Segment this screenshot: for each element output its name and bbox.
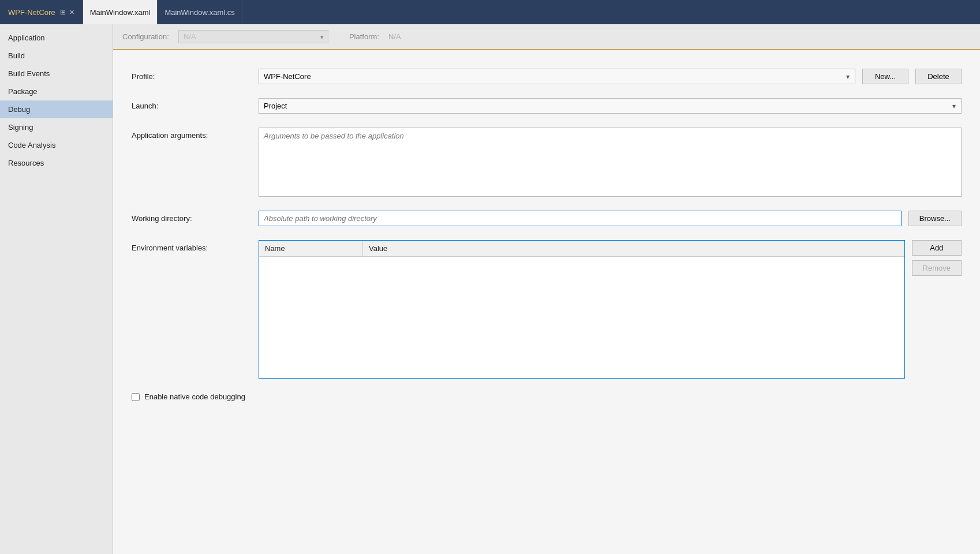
native-debug-checkbox[interactable] — [132, 393, 140, 401]
project-label-text: WPF-NetCore — [8, 8, 55, 17]
sidebar-item-build[interactable]: Build — [0, 47, 113, 65]
env-vars-table[interactable]: Name Value — [259, 240, 905, 379]
tab-mainwindow-xaml-cs[interactable]: MainWindow.xaml.cs — [158, 0, 242, 24]
profile-label: Profile: — [132, 69, 259, 81]
add-button[interactable]: Add — [912, 240, 962, 256]
sidebar-item-package[interactable]: Package — [0, 83, 113, 100]
sidebar-item-build-events[interactable]: Build Events — [0, 65, 113, 83]
env-name-header: Name — [259, 241, 363, 256]
app-args-label: Application arguments: — [132, 128, 259, 140]
working-dir-control-area: Browse... — [259, 211, 962, 226]
launch-label: Launch: — [132, 98, 259, 110]
sidebar-item-resources[interactable]: Resources — [0, 154, 113, 172]
sidebar-item-signing[interactable]: Signing — [0, 118, 113, 136]
app-args-row: Application arguments: — [132, 128, 962, 197]
app-args-input[interactable] — [259, 128, 962, 197]
platform-value: N/A — [388, 32, 401, 41]
launch-select[interactable]: Project — [259, 98, 962, 114]
env-vars-label: Environment variables: — [132, 240, 259, 252]
tab-mainwindow-xaml[interactable]: MainWindow.xaml — [83, 0, 158, 24]
env-vars-row: Environment variables: Name Value Add Re… — [132, 240, 962, 379]
profile-control-area: WPF-NetCore New... Delete — [259, 69, 962, 84]
env-vars-body — [259, 257, 904, 378]
native-debug-label[interactable]: Enable native code debugging — [144, 392, 245, 401]
browse-button[interactable]: Browse... — [908, 211, 962, 226]
project-tab[interactable]: WPF-NetCore ⊞ ✕ — [0, 0, 83, 24]
env-vars-header: Name Value — [259, 241, 904, 257]
working-dir-label: Working directory: — [132, 211, 259, 223]
sidebar-item-debug[interactable]: Debug — [0, 100, 113, 118]
profile-select-wrapper: WPF-NetCore — [259, 69, 855, 84]
working-dir-row: Working directory: Browse... — [132, 211, 962, 226]
remove-button[interactable]: Remove — [912, 260, 962, 276]
close-icon[interactable]: ✕ — [69, 9, 74, 16]
content-area: Configuration: N/A Platform: N/A Profile… — [113, 24, 980, 554]
native-debug-row: Enable native code debugging — [132, 392, 962, 401]
sidebar-item-code-analysis[interactable]: Code Analysis — [0, 136, 113, 154]
top-bar: Configuration: N/A Platform: N/A — [113, 24, 980, 50]
working-dir-input[interactable] — [259, 211, 902, 226]
configuration-label: Configuration: — [122, 32, 169, 41]
launch-row: Launch: Project — [132, 98, 962, 114]
env-vars-buttons: Add Remove — [912, 240, 962, 276]
launch-control-area: Project — [259, 98, 962, 114]
profile-row: Profile: WPF-NetCore New... Delete — [132, 69, 962, 84]
delete-button[interactable]: Delete — [915, 69, 962, 84]
new-button[interactable]: New... — [862, 69, 908, 84]
profile-select[interactable]: WPF-NetCore — [259, 69, 855, 84]
pin-icon: ⊞ — [60, 8, 66, 16]
launch-select-wrapper: Project — [259, 98, 962, 114]
form-area: Profile: WPF-NetCore New... Delete Launc… — [113, 50, 980, 420]
configuration-select-wrapper: N/A — [178, 30, 328, 43]
sidebar-item-application[interactable]: Application — [0, 29, 113, 47]
env-value-header: Value — [363, 241, 904, 256]
title-bar: WPF-NetCore ⊞ ✕ MainWindow.xaml MainWind… — [0, 0, 980, 24]
sidebar: Application Build Build Events Package D… — [0, 24, 113, 554]
env-vars-control-area: Name Value Add Remove — [259, 240, 962, 379]
configuration-select[interactable]: N/A — [178, 30, 328, 43]
main-layout: Application Build Build Events Package D… — [0, 24, 980, 554]
platform-label: Platform: — [349, 32, 379, 41]
app-args-control-area — [259, 128, 962, 197]
